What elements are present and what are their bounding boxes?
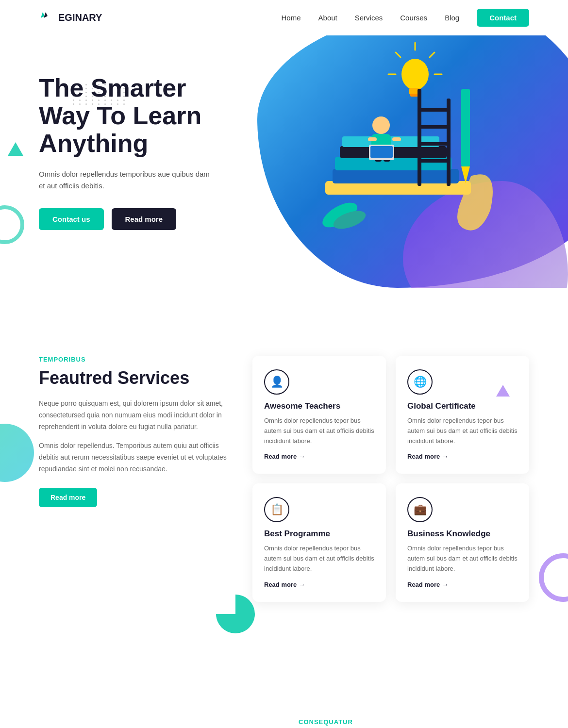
feature-card-desc-2: Omnis dolor repellendus tepor bus autem … xyxy=(264,544,374,574)
spacer2 xyxy=(0,641,568,679)
bottom-right: CONSEQUATUR Advance Your Carrier Lear So… xyxy=(299,709,529,728)
features-read-more-button[interactable]: Read more xyxy=(39,488,97,507)
feature-card-desc-3: Omnis dolor repellendus tepor bus autem … xyxy=(407,544,518,574)
svg-rect-18 xyxy=(418,159,451,163)
bottom-left xyxy=(39,709,269,728)
nav-courses[interactable]: Courses xyxy=(400,14,427,22)
features-cards: 👤 Awesome Teachers Omnis dolor repellend… xyxy=(252,356,529,602)
feature-read-more-link-1[interactable]: Read more xyxy=(407,453,518,460)
svg-rect-23 xyxy=(368,137,377,141)
hero-section: The Smarter Way To Learn Anything Omnis … xyxy=(0,35,568,288)
logo[interactable]: EGINARY xyxy=(39,10,102,26)
feature-card-title-1: Global Certificate xyxy=(407,401,518,411)
features-desc2: Omnis dolor repellendus. Temporibus aute… xyxy=(39,440,233,475)
features-section: TEMPORIBUS Feautred Services Neque porro… xyxy=(0,327,568,641)
feature-card-desc-0: Omnis dolor repellendus tepor bus autem … xyxy=(264,416,374,446)
feature-read-more-link-2[interactable]: Read more xyxy=(264,581,374,588)
feature-icon-1: 🌐 xyxy=(407,369,433,395)
feature-card-0: 👤 Awesome Teachers Omnis dolor repellend… xyxy=(252,356,386,474)
feature-card-2: 📋 Best Programme Omnis dolor repellendus… xyxy=(252,483,386,601)
pie-decoration xyxy=(214,592,257,636)
features-tag: TEMPORIBUS xyxy=(39,356,233,363)
feature-card-title-0: Awesome Teachers xyxy=(264,401,374,411)
svg-rect-16 xyxy=(418,125,451,129)
svg-point-0 xyxy=(401,59,429,90)
feature-card-desc-1: Omnis dolor repellendus tepor bus autem … xyxy=(407,416,518,446)
nav-links: Home About Services Courses Blog Contact xyxy=(282,9,529,27)
trophy-area xyxy=(39,709,269,728)
svg-rect-17 xyxy=(418,142,451,146)
bottom-tag: CONSEQUATUR xyxy=(299,718,529,726)
svg-rect-28 xyxy=(370,146,393,158)
features-layout: TEMPORIBUS Feautred Services Neque porro… xyxy=(39,356,529,602)
feat-circle-right xyxy=(539,553,568,602)
features-left: TEMPORIBUS Feautred Services Neque porro… xyxy=(39,356,233,507)
features-title: Feautred Services xyxy=(39,368,233,388)
logo-text: EGINARY xyxy=(58,12,102,23)
hero-contact-button[interactable]: Contact us xyxy=(39,208,104,230)
bottom-section: CONSEQUATUR Advance Your Carrier Lear So… xyxy=(0,679,568,728)
nav-home[interactable]: Home xyxy=(282,14,301,22)
hero-description: Omnis dolor repellendus temporibus aue q… xyxy=(39,168,214,192)
svg-rect-9 xyxy=(333,169,459,183)
svg-rect-13 xyxy=(418,89,421,186)
spacer1 xyxy=(0,288,568,327)
feature-card-title-3: Business Knowledge xyxy=(407,529,518,539)
feature-icon-3: 💼 xyxy=(407,497,433,522)
svg-rect-19 xyxy=(461,89,470,166)
nav-blog[interactable]: Blog xyxy=(445,14,459,22)
hero-illustration xyxy=(296,40,539,249)
triangle-decoration xyxy=(8,142,23,156)
feat-triangle xyxy=(496,385,510,397)
features-desc1: Neque porro quisquam est, qui dolorem ip… xyxy=(39,398,233,432)
svg-line-5 xyxy=(430,52,434,57)
nav-services[interactable]: Services xyxy=(355,14,383,22)
feature-icon-0: 👤 xyxy=(264,369,289,395)
nav-about[interactable]: About xyxy=(318,14,337,22)
feature-read-more-link-0[interactable]: Read more xyxy=(264,453,374,460)
feature-icon-2: 📋 xyxy=(264,497,289,522)
hero-title: The Smarter Way To Learn Anything xyxy=(39,74,243,158)
svg-rect-15 xyxy=(418,108,451,112)
feat-circle-left xyxy=(0,424,34,482)
feature-read-more-link-3[interactable]: Read more xyxy=(407,581,518,588)
svg-rect-24 xyxy=(392,137,401,141)
circle-decoration xyxy=(0,205,24,244)
svg-marker-20 xyxy=(461,166,470,183)
hero-buttons: Contact us Read more xyxy=(39,208,243,230)
hero-read-more-button[interactable]: Read more xyxy=(112,208,177,230)
feature-card-3: 💼 Business Knowledge Omnis dolor repelle… xyxy=(396,483,529,601)
hero-content: The Smarter Way To Learn Anything Omnis … xyxy=(39,35,243,230)
feature-card-title-2: Best Programme xyxy=(264,529,374,539)
nav-contact-button[interactable]: Contact xyxy=(477,9,529,27)
feature-card-1: 🌐 Global Certificate Omnis dolor repelle… xyxy=(396,356,529,474)
svg-line-4 xyxy=(396,52,401,57)
navbar: EGINARY Home About Services Courses Blog… xyxy=(0,0,568,35)
svg-point-21 xyxy=(372,116,390,134)
